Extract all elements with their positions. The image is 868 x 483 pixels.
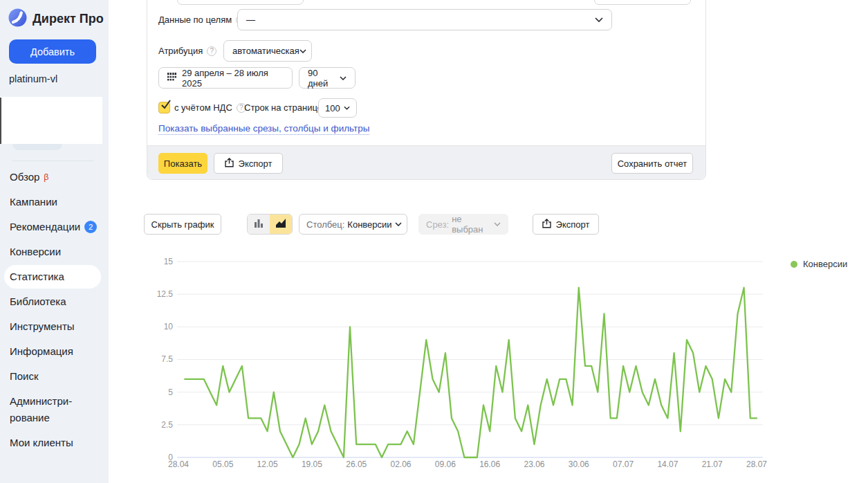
slice-dropdown[interactable]: Срез: не выбран	[418, 214, 508, 235]
x-axis-tick: 05.05	[212, 459, 233, 469]
rows-per-page-label: Строк на странице	[244, 102, 322, 113]
export-label: Экспорт	[239, 158, 273, 169]
attribution-help-icon[interactable]: ?	[207, 46, 216, 56]
sidebar-item-label: Инструменты	[10, 320, 75, 332]
chart-type-toggle	[247, 214, 293, 235]
logo-text: Директ Про	[33, 12, 104, 26]
panel-footer: Показать Экспорт Сохранить отчет	[147, 145, 705, 179]
export-button[interactable]: Экспорт	[214, 153, 283, 174]
rows-per-page-value: 100	[325, 103, 340, 113]
legend-label: Конверсии	[803, 259, 847, 269]
chart-legend[interactable]: Конверсии	[791, 259, 847, 269]
sidebar-item-2[interactable]: Рекомендации2	[0, 219, 109, 235]
beta-badge: β	[44, 172, 48, 182]
sidebar-overlay-box	[0, 97, 102, 144]
show-slices-link[interactable]: Показать выбранные срезы, столбцы и филь…	[158, 123, 369, 135]
sidebar-item-9[interactable]: Администри-рование	[0, 393, 89, 426]
sidebar-item-5[interactable]: Библиотека	[0, 293, 109, 310]
sidebar-item-label: Информация	[10, 345, 73, 357]
chevron-down-icon	[595, 17, 603, 22]
sidebar-item-label: Обзор	[10, 171, 39, 183]
chevron-down-icon	[299, 49, 306, 53]
show-button[interactable]: Показать	[158, 153, 207, 174]
x-axis-tick: 02.06	[391, 459, 412, 469]
chevron-down-icon	[395, 222, 402, 226]
sidebar-item-label: Поиск	[10, 370, 39, 382]
sidebar-menu: ОбзорβКампанииРекомендации2КонверсииСтат…	[0, 169, 109, 459]
sidebar-item-label: Администри-рование	[10, 395, 72, 423]
cutoff-field-right[interactable]	[594, 0, 691, 5]
chevron-down-icon	[344, 106, 350, 110]
chevron-down-icon	[494, 222, 501, 226]
date-range-button[interactable]: 29 апреля – 28 июля 2025	[158, 67, 293, 89]
sidebar-item-label: Статистика	[10, 271, 64, 282]
column-value: Конверсии	[347, 219, 391, 230]
y-axis-tick: 15	[164, 257, 174, 266]
chart-export-button[interactable]: Экспорт	[533, 214, 599, 235]
sidebar-item-6[interactable]: Инструменты	[0, 318, 109, 335]
y-axis-tick: 12.5	[157, 289, 174, 299]
sidebar-item-7[interactable]: Информация	[0, 343, 109, 360]
account-name[interactable]: platinum-vl	[9, 73, 57, 84]
date-range-value: 29 апреля – 28 июля 2025	[182, 68, 284, 89]
vat-label: с учётом НДС	[174, 102, 232, 113]
add-button[interactable]: Добавить	[9, 39, 96, 64]
vat-checkbox[interactable]	[158, 102, 170, 113]
attribution-value: автоматическая	[232, 46, 299, 56]
attribution-dropdown[interactable]: автоматическая	[223, 40, 312, 62]
sidebar-item-1[interactable]: Кампании	[0, 194, 109, 210]
goals-label: Данные по целям	[158, 15, 232, 25]
goals-dropdown[interactable]: —	[237, 9, 612, 30]
x-axis-tick: 26.05	[346, 459, 367, 469]
column-label: Столбец:	[306, 219, 344, 230]
sidebar-item-label: Кампании	[10, 196, 57, 208]
sidebar-item-3[interactable]: Конверсии	[0, 244, 109, 260]
period-dropdown[interactable]: 90 дней	[299, 67, 355, 89]
app-root: Директ Про Добавить platinum-vl ОбзорβКа…	[0, 0, 868, 483]
vat-label-row: с учётом НДС ?	[174, 102, 246, 113]
sidebar-divider	[12, 161, 93, 161]
sidebar-item-4[interactable]: Статистика	[4, 265, 101, 289]
sidebar-item-label: Библиотека	[10, 295, 66, 307]
cutoff-field-left[interactable]	[177, 0, 304, 5]
chevron-down-icon	[340, 76, 347, 80]
y-axis-tick: 2.5	[161, 420, 173, 430]
slice-label: Срез:	[426, 219, 449, 230]
line-chart-toggle[interactable]	[270, 215, 292, 234]
x-axis-tick: 21.07	[702, 459, 723, 469]
sidebar: Директ Про Добавить platinum-vl ОбзорβКа…	[0, 0, 109, 483]
y-axis-tick: 10	[164, 322, 174, 331]
x-axis-tick: 23.06	[524, 459, 544, 469]
x-axis-tick: 28.07	[746, 459, 767, 469]
attribution-label: Атрибуция	[158, 46, 203, 56]
chart-export-label: Экспорт	[556, 219, 590, 230]
save-report-button[interactable]: Сохранить отчет	[611, 153, 693, 174]
x-axis-tick: 14.07	[657, 459, 678, 469]
column-dropdown[interactable]: Столбец: Конверсии	[299, 214, 407, 235]
collapsed-pill	[12, 144, 62, 150]
conversions-line	[185, 288, 757, 457]
sidebar-scrollbar[interactable]	[0, 98, 1, 144]
sidebar-item-label: Мои клиенты	[10, 437, 73, 448]
sidebar-item-8[interactable]: Поиск	[0, 368, 109, 385]
goals-label-row: Данные по целям ?	[158, 15, 246, 25]
attribution-label-row: Атрибуция ?	[158, 46, 216, 56]
period-value: 90 дней	[308, 68, 340, 89]
sidebar-item-0[interactable]: Обзорβ	[0, 169, 109, 185]
area-chart-icon	[276, 218, 286, 230]
bar-chart-icon	[254, 218, 264, 230]
filter-panel: Данные по целям ? — Атрибуция ? автомати…	[147, 0, 706, 180]
x-axis-tick: 09.06	[435, 459, 456, 469]
sidebar-item-10[interactable]: Мои клиенты	[0, 435, 109, 451]
hide-chart-button[interactable]: Скрыть график	[144, 214, 221, 235]
rows-per-page-select[interactable]: 100	[318, 98, 357, 118]
export-icon	[225, 158, 234, 170]
sidebar-item-label: Рекомендации	[10, 221, 80, 233]
count-badge: 2	[84, 221, 97, 233]
direct-pro-logo-icon	[8, 8, 27, 30]
bar-chart-toggle[interactable]	[248, 215, 270, 234]
logo[interactable]: Директ Про	[8, 8, 104, 30]
conversions-chart: 02.557.51012.51528.0405.0512.0519.0526.0…	[138, 256, 792, 479]
x-axis-tick: 28.04	[168, 459, 189, 469]
y-axis-tick: 7.5	[161, 354, 173, 364]
